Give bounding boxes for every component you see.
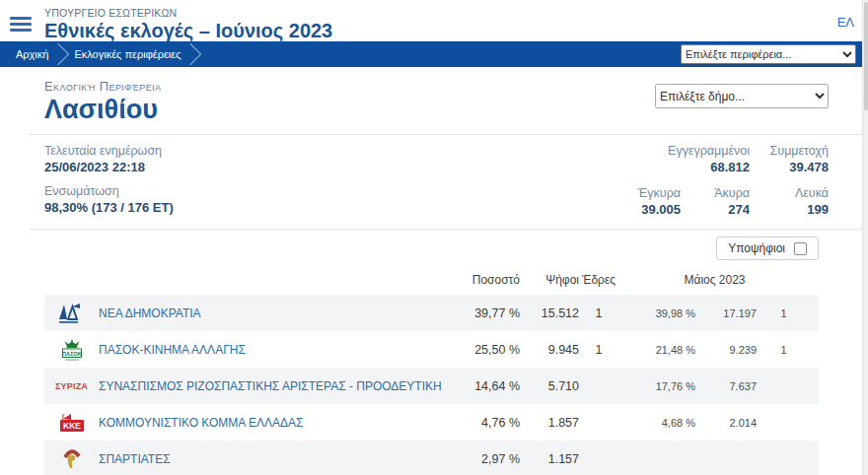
valid-label: Έγκυρα [587,186,681,200]
region-label: Εκλογική Περιφέρεια [44,79,161,94]
party-link[interactable]: ΝΕΑ ΔΗΜΟΚΡΑΤΙΑ [99,306,441,320]
votes-cell: 5.710 [520,379,579,393]
header-percent: Ποσοστό [441,273,520,287]
may-seats-cell: 1 [757,344,811,356]
valid-stat: Έγκυρα 39.005 [587,186,681,217]
results-table: Ποσοστό Ψήφοι Έδρες Μάιος 2023 ΝΕΑ ΔΗΜΟΚ… [44,265,819,475]
vertical-scrollbar[interactable] [862,0,868,475]
vote-stats: Εγγεγραμμένοι 68.812 Συμμετοχή 39.478 Έγ… [587,144,829,217]
turnout-stat: Συμμετοχή 39.478 [750,144,829,174]
menu-bar [10,23,32,26]
party-link[interactable]: ΠΑΣΟΚ-ΚΙΝΗΜΑ ΑΛΛΑΓΗΣ [99,343,441,357]
percent-cell: 4,76 % [441,416,520,430]
table-row-kke[interactable]: ΚΚΕ ΚΟΜΜΟΥΝΙΣΤΙΚΟ ΚΟΜΜΑ ΕΛΛΑΔΑΣ 4,76 % 1… [44,404,819,441]
candidates-checkbox[interactable] [794,242,807,255]
may-percent-cell: 17,76 % [618,380,695,392]
main-content: Εκλογική Περιφέρεια Λασιθίου Επιλέξτε δή… [0,67,868,475]
percent-cell: 39,77 % [441,306,520,320]
integration-label: Ενσωμάτωση [44,184,174,198]
integration-value: 98,30% (173 / 176 ΕΤ) [44,200,174,215]
candidates-toggle-button[interactable]: Υποψήφιοι [716,237,819,260]
nea-dimokratia-logo-icon [44,303,99,324]
integration-group: Ενσωμάτωση 98,30% (173 / 176 ΕΤ) [44,184,174,215]
menu-bar [10,17,32,20]
invalid-value: 274 [681,202,750,217]
may-seats-cell: 1 [757,307,811,319]
last-update-value: 25/06/2023 22:18 [44,160,174,174]
may-votes-cell: 2.014 [695,417,757,429]
header-votes: Ψήφοι [520,273,579,287]
last-update-group: Τελευταία ενημέρωση 25/06/2023 22:18 [44,144,174,174]
percent-cell: 25,50 % [441,343,520,357]
candidates-toggle-label: Υποψήφιοι [728,241,785,255]
header-seats: Έδρες [579,273,618,287]
may-percent-cell: 21,48 % [618,344,695,356]
valid-value: 39.005 [587,202,681,217]
scrollbar-thumb[interactable] [864,2,868,110]
party-link[interactable]: ΣΥΝΑΣΠΙΣΜΟΣ ΡΙΖΟΣΠΑΣΤΙΚΗΣ ΑΡΙΣΤΕΡΑΣ - ΠΡ… [99,379,441,393]
table-header-row: Ποσοστό Ψήφοι Έδρες Μάιος 2023 [44,265,819,295]
blank-label: Λευκά [750,186,829,200]
last-update-label: Τελευταία ενημέρωση [44,144,174,158]
registered-value: 68.812 [587,160,750,174]
election-results-page: ΥΠΟΥΡΓΕΙΟ ΕΣΩΤΕΡΙΚΩΝ Εθνικές εκλογές – Ι… [0,0,868,475]
region-heading-row: Εκλογική Περιφέρεια Λασιθίου Επιλέξτε δή… [44,67,829,134]
percent-cell: 14,64 % [441,379,520,393]
seats-cell: 1 [579,343,618,357]
kke-logo-icon: ΚΚΕ [44,412,99,434]
table-row-nea-dimokratia[interactable]: ΝΕΑ ΔΗΜΟΚΡΑΤΙΑ 39,77 % 15.512 1 39,98 % … [44,295,819,331]
registered-stat: Εγγεγραμμένοι 68.812 [587,144,750,174]
page-title: Εθνικές εκλογές – Ιούνιος 2023 [44,20,332,42]
header-may-2023: Μάιος 2023 [618,273,811,287]
municipality-select[interactable]: Επιλέξτε δήμο... [655,84,829,108]
region-select[interactable]: Επιλέξτε περιφέρεια... [681,44,856,64]
table-row-pasok[interactable]: ΠΑΣΟΚ ΠΑΣΟΚ-ΚΙΝΗΜΑ ΑΛΛΑΓΗΣ 25,50 % 9.945… [44,331,819,368]
breadcrumb-districts[interactable]: Εκλογικές περιφέρειες [68,48,188,60]
seats-cell: 1 [579,306,618,320]
ministry-label: ΥΠΟΥΡΓΕΙΟ ΕΣΩΤΕΡΙΚΩΝ [44,5,332,19]
stats-section: Τελευταία ενημέρωση 25/06/2023 22:18 Ενσ… [44,135,829,229]
blank-stat: Λευκά 199 [750,186,829,217]
title-block: ΥΠΟΥΡΓΕΙΟ ΕΣΩΤΕΡΙΚΩΝ Εθνικές εκλογές – Ι… [44,5,332,42]
invalid-stat: Άκυρα 274 [681,186,750,217]
candidates-row: Υποψήφιοι [44,230,829,263]
region-heading: Εκλογική Περιφέρεια Λασιθίου [44,79,161,125]
breadcrumb-bar: Αρχική Εκλογικές περιφέρειες Επιλέξτε πε… [0,41,868,67]
spartiates-logo-icon [44,448,99,470]
table-row-syriza[interactable]: ΣΥΡΙΖΑ ΣΥΝΑΣΠΙΣΜΟΣ ΡΙΖΟΣΠΑΣΤΙΚΗΣ ΑΡΙΣΤΕΡ… [44,368,819,404]
votes-cell: 15.512 [520,306,579,320]
registered-label: Εγγεγραμμένοι [587,144,750,158]
chevron-right-icon [180,43,202,66]
may-votes-cell: 9.239 [695,344,757,356]
votes-cell: 1.857 [520,416,579,430]
pasok-logo-icon: ΠΑΣΟΚ [44,337,99,363]
region-name: Λασιθίου [44,95,161,125]
votes-cell: 9.945 [520,343,579,357]
svg-text:ΠΑΣΟΚ: ΠΑΣΟΚ [62,350,82,356]
syriza-wordmark: ΣΥΡΙΖΑ [55,381,88,391]
party-link[interactable]: ΣΠΑΡΤΙΑΤΕΣ [99,452,441,466]
percent-cell: 2,97 % [441,452,520,466]
turnout-value: 39.478 [750,160,829,174]
svg-text:ΚΚΕ: ΚΚΕ [63,421,81,431]
language-switcher[interactable]: ΕΛ [837,5,854,30]
update-stats: Τελευταία ενημέρωση 25/06/2023 22:18 Ενσ… [44,144,174,217]
may-votes-cell: 7.637 [695,380,757,392]
menu-icon[interactable] [10,5,32,34]
invalid-label: Άκυρα [681,186,750,200]
table-row-spartiates[interactable]: ΣΠΑΡΤΙΑΤΕΣ 2,97 % 1.157 [44,441,819,475]
menu-bar [10,29,32,32]
votes-cell: 1.157 [520,452,579,466]
blank-value: 199 [750,202,829,217]
party-link[interactable]: ΚΟΜΜΟΥΝΙΣΤΙΚΟ ΚΟΜΜΑ ΕΛΛΑΔΑΣ [99,416,441,430]
turnout-label: Συμμετοχή [750,144,829,158]
may-votes-cell: 17.197 [695,307,757,319]
top-header: ΥΠΟΥΡΓΕΙΟ ΕΣΩΤΕΡΙΚΩΝ Εθνικές εκλογές – Ι… [0,0,868,41]
may-percent-cell: 39,98 % [618,307,695,319]
may-percent-cell: 4,68 % [618,417,695,429]
chevron-right-icon [47,43,70,66]
syriza-logo-icon: ΣΥΡΙΖΑ [44,381,99,391]
